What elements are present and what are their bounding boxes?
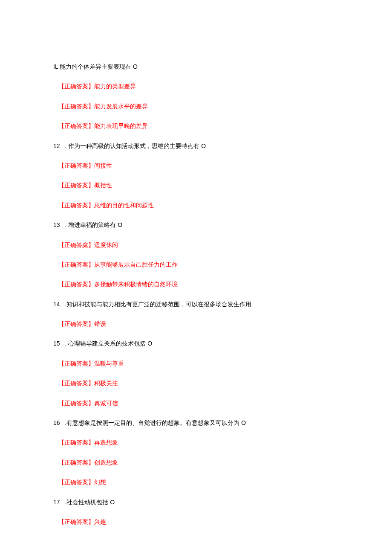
answer-text: 兴趣 — [94, 518, 106, 525]
answer-label: 【正确答案】 — [58, 400, 94, 407]
answer-label: 【正确答案】 — [58, 103, 94, 110]
answer-item: 【正确答案】能力发展水平的差异 — [58, 102, 339, 111]
question-text: 17 .社会性动机包括 O — [53, 497, 339, 507]
answer-text: 从事能够展示自己胜任力的工作 — [94, 261, 178, 268]
answer-item: 【正确答案】间接性 — [58, 161, 339, 170]
answer-text: 思维的目的性和问题性 — [94, 202, 154, 209]
answer-label: 【正确答案】 — [58, 380, 94, 386]
question-sep: . — [63, 142, 69, 149]
answer-text: 能力表现早晚的差异 — [94, 122, 148, 129]
answer-text: 能力发展水平的差异 — [94, 103, 148, 110]
answer-item: 【正确答案】幻想 — [58, 477, 339, 487]
answer-item: 【正确答案】真诚可信 — [58, 398, 339, 408]
question-number: IL — [53, 63, 58, 70]
answer-label: 【正确答案】 — [58, 202, 94, 209]
answer-item: 【正确答案】多接触带来积极情绪的自然环境 — [58, 279, 339, 289]
answer-item: 【正确答案】温暖与尊重 — [58, 359, 339, 368]
answer-text: 概括性 — [94, 182, 112, 189]
question-text: IL 能力的个体差异主要表现在 O — [53, 62, 339, 71]
answer-label: 【正确答案】 — [58, 182, 94, 189]
question-body: 增进幸福的策略有 O — [68, 221, 122, 228]
question-number: 13 — [53, 220, 60, 230]
answer-text: 温暖与尊重 — [94, 360, 124, 367]
answer-text: 适度休闲 — [94, 241, 118, 248]
question-number: 15 — [53, 339, 60, 348]
answer-text: 积极关注 — [94, 380, 118, 386]
question-number: 16 — [53, 418, 60, 427]
question-body: 作为一种高级的认知活动形式，思维的主要特点有 O — [68, 142, 206, 149]
answer-text: 再造想象 — [94, 439, 118, 446]
answer-label: 【正确答案】 — [58, 479, 94, 485]
answer-label: 【正确答窠】 — [58, 241, 94, 248]
answer-text: 幻想 — [94, 479, 106, 485]
question-17: 17 .社会性动机包括 O 【正确答案】兴趣 — [53, 497, 339, 527]
answer-label: 【正确答案】 — [58, 122, 94, 129]
question-14: 14 .知识和技能与能力相比有更广泛的迁移范围，可以在很多场合发生作用 【正确答… — [53, 299, 339, 329]
question-12: 12 . 作为一种高级的认知活动形式，思维的主要特点有 O 【正确答案】间接性 … — [53, 141, 339, 210]
answer-label: 【正确答案】 — [58, 459, 94, 466]
answer-label: 【正确答案】 — [58, 162, 94, 169]
question-number: 14 — [53, 299, 60, 309]
answer-item: 【正确答案】积极关注 — [58, 378, 339, 388]
answer-label: 【正确答案】 — [58, 83, 94, 90]
answer-item: 【正确答案】能力表现早晚的差异 — [58, 121, 339, 131]
question-body: 有意想象是按照一定目的、自觉进行的想象。有意想象又可以分为 O — [66, 419, 246, 426]
question-sep: . — [63, 221, 69, 228]
answer-item: 【正确答案】从事能够展示自己胜任力的工作 — [58, 260, 339, 269]
answer-label: 【正确答案】 — [58, 439, 94, 446]
answer-item: 【正确答案】再造想象 — [58, 438, 339, 447]
answer-item: 【正确答案】创造想象 — [58, 458, 339, 467]
question-text: 15 . 心理辅导建立关系的技术包括 O — [53, 339, 339, 348]
answer-text: 间接性 — [94, 162, 112, 169]
question-text: 16 .有意想象是按照一定目的、自觉进行的想象。有意想象又可以分为 O — [53, 418, 339, 427]
answer-label: 【正确答案】 — [58, 281, 94, 288]
answer-text: 真诚可信 — [94, 400, 118, 407]
question-16: 16 .有意想象是按照一定目的、自觉进行的想象。有意想象又可以分为 O 【正确答… — [53, 418, 339, 487]
question-number: 17 — [53, 497, 60, 507]
answer-label: 【正确答案】 — [58, 360, 94, 367]
question-text: 13 . 增进幸福的策略有 O — [53, 220, 339, 230]
answer-label: 【正确答案】 — [58, 320, 94, 327]
question-13: 13 . 增进幸福的策略有 O 【正确答窠】适度休闲 【正确答案】从事能够展示自… — [53, 220, 339, 289]
question-11: IL 能力的个体差异主要表现在 O 【正确答案】能力的类型差异 【正确答案】能力… — [53, 62, 339, 131]
answer-text: 错误 — [94, 320, 106, 327]
answer-item: 【正确答案】思维的目的性和问题性 — [58, 200, 339, 210]
answer-text: 创造想象 — [94, 459, 118, 466]
answer-text: 多接触带来积极情绪的自然环境 — [94, 281, 178, 288]
question-15: 15 . 心理辅导建立关系的技术包括 O 【正确答案】温暖与尊重 【正确答案】积… — [53, 339, 339, 408]
answer-item: 【正确答案】能力的类型差异 — [58, 81, 339, 91]
answer-item: 【正确答案】兴趣 — [58, 517, 339, 526]
question-number: 12 — [53, 141, 60, 151]
answer-item: 【正确答案】概括性 — [58, 180, 339, 190]
question-text: 14 .知识和技能与能力相比有更广泛的迁移范围，可以在很多场合发生作用 — [53, 299, 339, 309]
answer-item: 【正确答窠】适度休闲 — [58, 240, 339, 250]
question-body: 知识和技能与能力相比有更广泛的迁移范围，可以在很多场合发生作用 — [66, 301, 251, 308]
answer-item: 【正确答案】错误 — [58, 319, 339, 328]
answer-text: 能力的类型差异 — [94, 83, 136, 90]
question-sep: . — [63, 340, 69, 347]
question-body: 社会性动机包括 O — [66, 499, 115, 506]
question-body: 心理辅导建立关系的技术包括 O — [68, 340, 152, 347]
answer-label: 【正确答案】 — [58, 261, 94, 268]
question-text: 12 . 作为一种高级的认知活动形式，思维的主要特点有 O — [53, 141, 339, 151]
answer-label: 【正确答案】 — [58, 518, 94, 525]
question-body: 能力的个体差异主要表现在 O — [60, 63, 138, 70]
